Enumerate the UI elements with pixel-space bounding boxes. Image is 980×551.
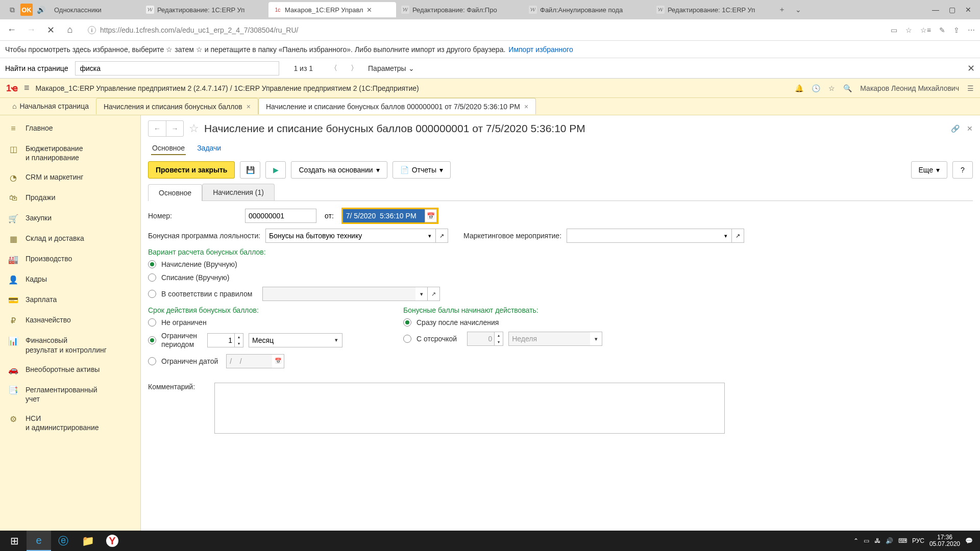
link-icon[interactable]: 🔗	[951, 124, 960, 133]
sidebar-item-budgeting[interactable]: ◫Бюджетирование и планирование	[0, 139, 140, 167]
close-icon[interactable]: ✕	[366, 6, 372, 14]
forward-icon[interactable]: →	[24, 23, 38, 37]
more-icon[interactable]: ⋯	[968, 26, 975, 34]
maximize-icon[interactable]: ▢	[944, 3, 960, 17]
info-icon[interactable]: i	[88, 26, 96, 34]
chevron-down-icon[interactable]: ▾	[415, 287, 428, 301]
radio-icon[interactable]	[148, 290, 156, 298]
erp-tab-home[interactable]: ⌂ Начальная страница	[5, 98, 96, 114]
delay-qty-stepper[interactable]: ▴▾	[467, 332, 503, 346]
sidebar-item-payroll[interactable]: 💳Зарплата	[0, 290, 140, 310]
reading-icon[interactable]: ▭	[891, 26, 897, 34]
period-qty-stepper[interactable]: ▴▾	[207, 333, 243, 347]
chevron-down-icon[interactable]: ▾	[330, 333, 342, 347]
yandex-icon[interactable]: Y	[100, 531, 125, 551]
sidebar-item-finance[interactable]: 📊Финансовый результат и контроллинг	[0, 331, 140, 359]
fav-star-icon[interactable]: ☆	[905, 26, 912, 34]
favorite-icon[interactable]: ☆	[189, 122, 199, 135]
radio-delayed[interactable]: С отсрочкой ▴▾ ▾	[403, 332, 602, 346]
notifications-icon[interactable]: 💬	[965, 537, 973, 544]
erp-user[interactable]: Макаров Леонид Михайлович	[860, 84, 959, 92]
spin-up-icon[interactable]: ▴	[235, 334, 243, 340]
post-and-close-button[interactable]: Провести и закрыть	[148, 161, 235, 179]
rule-combo[interactable]: ▾ ↗	[262, 287, 440, 301]
close-icon[interactable]: ×	[247, 103, 251, 111]
radio-unlimited[interactable]: Не ограничен	[148, 318, 378, 327]
find-close-icon[interactable]: ✕	[967, 63, 975, 74]
radio-icon[interactable]	[148, 336, 156, 344]
open-icon[interactable]: ↗	[436, 229, 448, 243]
marketing-combo[interactable]: ▾ ↗	[567, 229, 744, 243]
sidebar-item-hr[interactable]: 👤Кадры	[0, 269, 140, 290]
find-input[interactable]	[75, 61, 279, 76]
new-tab-icon[interactable]: ＋	[774, 3, 790, 17]
battery-icon[interactable]: ▭	[864, 537, 869, 544]
save-button[interactable]: 💾	[240, 161, 260, 179]
search-icon[interactable]: 🔍	[843, 84, 852, 92]
sidebar-item-assets[interactable]: 🚗Внеоборотные активы	[0, 360, 140, 380]
limit-date-field[interactable]: 📅	[226, 354, 284, 368]
spin-down-icon[interactable]: ▾	[235, 340, 243, 347]
lang-indicator[interactable]: РУС	[912, 537, 924, 544]
find-params[interactable]: Параметры ⌄	[368, 64, 414, 72]
ie-icon[interactable]: ⓔ	[51, 531, 76, 551]
inner-tab-main[interactable]: Основное	[148, 184, 202, 201]
keyboard-icon[interactable]: ⌨	[898, 537, 907, 544]
spin-down-icon[interactable]: ▾	[495, 339, 503, 345]
tray-clock[interactable]: 17:36 05.07.2020	[929, 534, 960, 547]
favorites-list-icon[interactable]: ☆≡	[920, 26, 931, 34]
home-icon[interactable]: ⌂	[63, 23, 77, 37]
bell-icon[interactable]: 🔔	[795, 84, 803, 92]
minimize-icon[interactable]: —	[928, 3, 943, 17]
radio-icon[interactable]	[148, 273, 156, 282]
network-icon[interactable]: 🖧	[874, 537, 880, 544]
volume-icon[interactable]: 🔊	[886, 537, 893, 544]
delay-unit-combo[interactable]: ▾	[508, 332, 602, 346]
sidebar-item-warehouse[interactable]: ▦Склад и доставка	[0, 229, 140, 249]
radio-by-rule[interactable]: В соответствии с правилом ▾ ↗	[148, 287, 973, 301]
create-based-button[interactable]: Создать на основании ▾	[291, 161, 387, 179]
date-field[interactable]: 📅	[342, 208, 438, 223]
browser-tab-1[interactable]: Одноклассники	[49, 2, 141, 17]
explorer-icon[interactable]: 📁	[76, 531, 100, 551]
browser-tab-2[interactable]: 𝓦 Редактирование: 1С:ERP Уп	[141, 2, 268, 17]
inner-tab-accruals[interactable]: Начисления (1)	[202, 184, 275, 201]
sidebar-item-main[interactable]: ≡Главное	[0, 118, 140, 139]
period-qty-input[interactable]	[207, 333, 235, 347]
open-icon[interactable]: ↗	[428, 287, 440, 301]
back-icon[interactable]: ←	[5, 23, 18, 37]
user-menu-icon[interactable]: ☰	[967, 84, 974, 92]
sidebar-item-sales[interactable]: 🛍Продажи	[0, 188, 140, 208]
radio-limited-period[interactable]: Ограничен периодом ▴▾ ▾	[148, 332, 378, 349]
form-close-icon[interactable]: ✕	[967, 124, 973, 133]
stop-icon[interactable]: ✕	[44, 23, 57, 37]
sidebar-item-production[interactable]: 🏭Производство	[0, 249, 140, 269]
comment-field[interactable]	[214, 383, 725, 434]
subtab-main[interactable]: Основное	[151, 142, 186, 155]
close-window-icon[interactable]: ✕	[961, 3, 976, 17]
radio-icon[interactable]	[403, 335, 411, 343]
history-icon[interactable]: 🕓	[812, 84, 820, 92]
star-icon[interactable]: ☆	[828, 84, 835, 92]
browser-tab-5[interactable]: 𝓦 Файл:Аннулирование пода	[524, 2, 651, 17]
calendar-icon[interactable]: 📅	[272, 354, 284, 368]
url-box[interactable]: i https://edu.1cfresh.com/a/edu_uc1_erp_…	[83, 22, 885, 38]
radio-limited-date[interactable]: Ограничен датой 📅	[148, 354, 378, 368]
browser-tab-3-active[interactable]: 1c Макаров_1С:ERP Управл ✕	[268, 2, 396, 17]
subtab-tasks[interactable]: Задачи	[196, 142, 222, 155]
notes-icon[interactable]: ✎	[939, 26, 945, 34]
sidebar-item-crm[interactable]: ◔CRM и маркетинг	[0, 167, 140, 188]
period-unit-input[interactable]	[249, 333, 330, 347]
edge-icon[interactable]: e	[27, 531, 51, 551]
task-view-icon[interactable]: ⧉	[4, 3, 20, 17]
help-button[interactable]: ?	[952, 161, 973, 179]
browser-tab-4[interactable]: 𝓦 Редактирование: Файл:Про	[396, 2, 524, 17]
close-icon[interactable]: ×	[524, 103, 528, 111]
loyalty-input[interactable]	[265, 229, 424, 243]
erp-tab-bonuses-list[interactable]: Начисления и списания бонусных баллов ×	[96, 98, 258, 114]
loyalty-combo[interactable]: ▾ ↗	[265, 229, 448, 243]
nav-forward-icon[interactable]: →	[166, 121, 183, 136]
burger-icon[interactable]: ≡	[24, 83, 30, 93]
open-icon[interactable]: ↗	[732, 229, 744, 243]
nav-back-icon[interactable]: ←	[149, 121, 166, 136]
